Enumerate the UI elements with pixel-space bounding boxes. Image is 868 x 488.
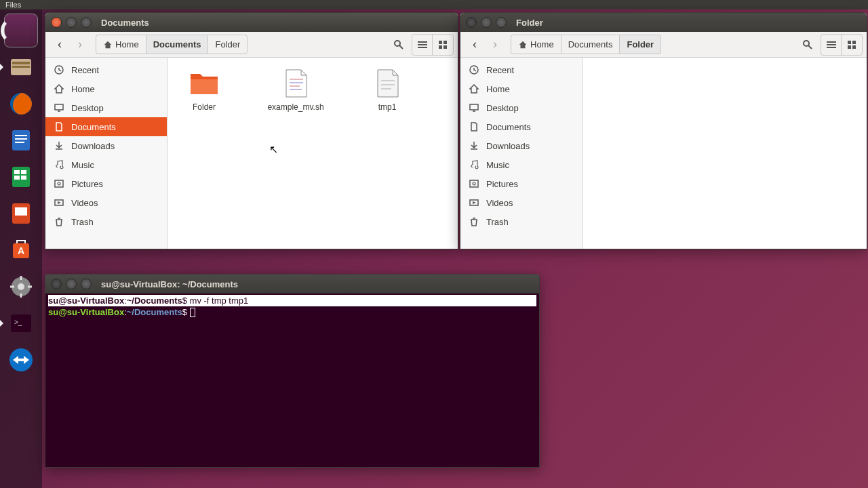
svg-rect-14	[15, 207, 27, 216]
launcher-writer[interactable]	[4, 123, 38, 157]
home-icon	[54, 83, 64, 94]
svg-text:>_: >_	[14, 319, 22, 326]
document-icon	[469, 121, 479, 132]
launcher-files[interactable]	[4, 50, 38, 84]
sidebar-item-music[interactable]: Music	[45, 155, 167, 174]
titlebar[interactable]: Documents	[45, 13, 458, 32]
document-icon	[54, 121, 64, 132]
sidebar-item-documents[interactable]: Documents	[45, 117, 167, 136]
toolbar: ‹ › Home Documents Folder	[45, 32, 458, 58]
file-label: Folder	[193, 102, 216, 112]
file-content-area[interactable]	[583, 58, 867, 249]
search-button[interactable]	[389, 35, 409, 55]
window-title: su@su-VirtualBox: ~/Documents	[101, 279, 238, 289]
breadcrumb-home[interactable]: Home	[511, 35, 561, 54]
grid-view-button[interactable]	[842, 35, 862, 55]
file-item-script[interactable]: example_mv.sh	[258, 67, 333, 112]
view-toggle	[821, 34, 863, 56]
svg-line-28	[399, 45, 403, 49]
list-icon	[418, 40, 427, 49]
videos-icon	[469, 197, 479, 208]
maximize-button[interactable]	[81, 17, 92, 28]
minimize-button[interactable]	[66, 279, 77, 289]
launcher-firefox[interactable]	[4, 87, 38, 121]
svg-point-62	[473, 182, 475, 185]
launcher-terminal[interactable]: >_	[4, 306, 38, 340]
sidebar-item-music[interactable]: Music	[460, 155, 582, 174]
svg-rect-5	[15, 135, 27, 136]
close-button[interactable]	[51, 279, 62, 289]
file-item-folder[interactable]: Folder	[177, 67, 231, 112]
launcher-software[interactable]: A	[4, 233, 38, 267]
list-view-button[interactable]	[821, 35, 842, 55]
minimize-button[interactable]	[481, 17, 492, 28]
home-icon	[103, 40, 113, 49]
minimize-button[interactable]	[66, 17, 77, 28]
close-button[interactable]	[466, 17, 477, 28]
svg-rect-1	[12, 62, 30, 64]
grid-view-button[interactable]	[433, 35, 453, 55]
maximize-button[interactable]	[496, 17, 507, 28]
sidebar-item-recent[interactable]: Recent	[45, 60, 167, 79]
sidebar-item-trash[interactable]: Trash	[460, 212, 582, 231]
sidebar-item-videos[interactable]: Videos	[45, 193, 167, 212]
launcher-settings[interactable]	[4, 270, 38, 304]
home-icon	[469, 83, 479, 94]
titlebar[interactable]: su@su-VirtualBox: ~/Documents	[45, 274, 539, 293]
music-icon	[469, 159, 479, 170]
titlebar[interactable]: Folder	[460, 13, 867, 32]
forward-button[interactable]: ›	[70, 35, 90, 55]
launcher-impress[interactable]	[4, 197, 38, 230]
breadcrumb-folder[interactable]: Folder	[208, 35, 248, 54]
sidebar-item-recent[interactable]: Recent	[460, 60, 582, 79]
list-view-button[interactable]	[412, 35, 433, 55]
desktop-icon	[54, 102, 64, 113]
back-button[interactable]: ‹	[50, 35, 70, 55]
breadcrumb-home[interactable]: Home	[96, 35, 146, 54]
trash-icon	[54, 216, 64, 227]
forward-button[interactable]: ›	[485, 35, 505, 55]
breadcrumb-documents[interactable]: Documents	[146, 35, 208, 54]
file-manager-window-folder: Folder ‹ › Home Documents Folder Recent …	[460, 12, 867, 249]
launcher-dash[interactable]	[4, 14, 38, 47]
clock-icon	[54, 64, 64, 75]
pictures-icon	[469, 178, 479, 189]
close-button[interactable]	[51, 17, 62, 28]
terminal-body[interactable]: su@su-VirtualBox:~/Documents$ mv -f tmp …	[45, 293, 539, 319]
svg-rect-52	[827, 44, 836, 45]
breadcrumb: Home Documents Folder	[96, 35, 389, 54]
svg-rect-30	[418, 44, 427, 45]
search-icon	[802, 39, 813, 50]
sidebar-item-pictures[interactable]: Pictures	[460, 174, 582, 193]
top-menubar: Files	[0, 0, 868, 9]
maximize-button[interactable]	[81, 279, 92, 289]
breadcrumb-folder[interactable]: Folder	[619, 35, 661, 54]
sidebar-item-downloads[interactable]: Downloads	[460, 136, 582, 155]
view-toggle	[412, 34, 454, 56]
search-button[interactable]	[797, 35, 818, 55]
file-content-area[interactable]: Folder example_mv.sh tmp1 ↖	[167, 58, 458, 249]
sidebar-item-home[interactable]: Home	[45, 79, 167, 98]
grid-icon	[438, 40, 448, 49]
sidebar-item-pictures[interactable]: Pictures	[45, 174, 167, 193]
file-item-text[interactable]: tmp1	[360, 67, 414, 112]
sidebar-item-trash[interactable]: Trash	[45, 212, 167, 231]
file-label: tmp1	[378, 102, 397, 112]
svg-rect-35	[443, 45, 447, 49]
back-button[interactable]: ‹	[465, 35, 485, 55]
sidebar-item-desktop[interactable]: Desktop	[460, 98, 582, 117]
sidebar-item-desktop[interactable]: Desktop	[45, 98, 167, 117]
sidebar-item-downloads[interactable]: Downloads	[45, 136, 167, 155]
svg-point-49	[804, 41, 809, 46]
terminal-line: su@su-VirtualBox:~/Documents$ mv -f tmp …	[48, 295, 536, 306]
launcher-calc[interactable]	[4, 160, 38, 194]
menubar-app[interactable]: Files	[5, 1, 21, 9]
breadcrumb-documents[interactable]: Documents	[561, 35, 620, 54]
sidebar-item-home[interactable]: Home	[460, 79, 582, 98]
svg-point-40	[58, 182, 60, 185]
svg-rect-37	[55, 104, 63, 110]
sidebar-item-videos[interactable]: Videos	[460, 193, 582, 212]
launcher-teamviewer[interactable]	[4, 343, 38, 377]
svg-rect-7	[15, 142, 24, 143]
sidebar-item-documents[interactable]: Documents	[460, 117, 582, 136]
